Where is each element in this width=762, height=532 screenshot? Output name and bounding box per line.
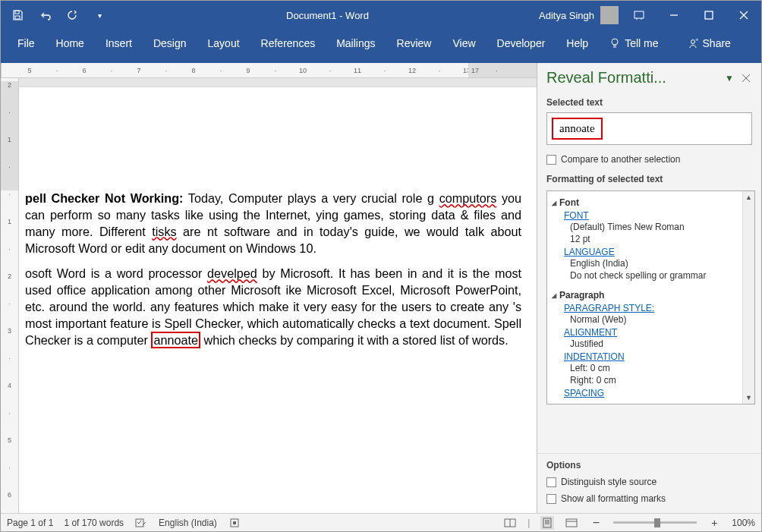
user-account[interactable]: Aditya Singh [539,6,622,24]
tab-help[interactable]: Help [556,31,599,57]
show-formatting-marks-check[interactable]: Show all formatting marks [537,490,761,507]
maximize-icon[interactable] [691,1,726,30]
pane-close-icon[interactable] [738,71,754,86]
scroll-down-icon[interactable]: ▼ [745,392,752,404]
web-layout-icon[interactable] [565,516,578,530]
spell-error[interactable]: computors [439,191,497,205]
share-label: Share [703,37,731,49]
ribbon-display-options-icon[interactable] [622,1,657,30]
spell-check-status-icon[interactable] [134,516,148,530]
save-icon[interactable] [4,1,31,30]
collapse-icon[interactable]: ◢ [552,292,556,299]
show-formatting-marks-label: Show all formatting marks [561,493,666,504]
collapse-icon[interactable]: ◢ [552,200,556,206]
zoom-out-icon[interactable]: − [589,516,603,530]
tab-mailings[interactable]: Mailings [326,31,386,57]
paragraph-2: osoft Word is a word processor develped … [25,266,521,348]
minimize-icon[interactable] [657,1,691,30]
compare-selection-check[interactable]: Compare to another selection [537,151,761,168]
zoom-in-icon[interactable]: + [707,516,721,530]
share-icon: + [688,38,698,49]
selected-text-heading: Selected text [537,91,761,111]
tab-insert[interactable]: Insert [95,31,143,57]
checkbox-icon[interactable] [546,494,556,504]
font-link[interactable]: FONT [552,209,741,222]
tab-developer[interactable]: Developer [486,31,556,57]
zoom-slider[interactable] [613,521,697,524]
tab-file[interactable]: File [7,31,46,57]
vertical-ruler[interactable]: 2·1· ·1·2·3·4·5·6·7·8 [1,78,19,513]
font-value: (Default) Times New Roman [552,222,741,234]
spell-error[interactable]: develped [207,266,257,280]
spell-error[interactable]: tisks [152,225,176,238]
formatting-content: ◢Font FONT (Default) Times New Roman 12 … [547,191,742,404]
formatting-heading: Formatting of selected text [537,168,761,187]
alignment-value: Justified [552,338,741,351]
tab-home[interactable]: Home [46,31,95,57]
indentation-link[interactable]: INDENTATION [552,351,741,363]
redo-icon[interactable] [58,1,86,30]
tab-view[interactable]: View [442,31,486,57]
selected-text-box: annoate [546,112,752,145]
zoom-level[interactable]: 100% [732,518,755,528]
svg-rect-4 [705,11,713,19]
indent-left-value: Left: 0 cm [552,363,741,375]
tab-design[interactable]: Design [143,31,197,57]
distinguish-style-label: Distinguish style source [561,477,657,487]
font-group-header[interactable]: ◢Font [552,196,741,209]
tab-references[interactable]: References [250,31,326,57]
main-area: 5·6·7·8·9·10·11·12·13·14·15·16 17· 2·1· … [1,63,761,513]
status-bar: Page 1 of 1 1 of 170 words English (Indi… [1,513,761,531]
svg-rect-23 [566,519,577,527]
svg-point-10 [691,40,694,44]
document-title: Document1 - Word [116,10,539,21]
print-layout-icon[interactable] [540,516,554,530]
svg-rect-2 [634,11,644,18]
zoom-thumb[interactable] [654,518,660,527]
paragraph-1: pell Checker Not Working: Today, Compute… [25,190,521,257]
compare-selection-label: Compare to another selection [561,154,680,165]
language-link[interactable]: LANGUAGE [552,246,741,258]
spacing-link[interactable]: SPACING [552,387,741,399]
tab-review[interactable]: Review [386,31,442,57]
svg-rect-0 [15,11,19,14]
font-size-value: 12 pt [552,234,741,246]
language-spellcheck-value: Do not check spelling or grammar [552,270,741,282]
pane-dropdown-icon[interactable]: ▼ [720,73,738,83]
horizontal-ruler[interactable]: 5·6·7·8·9·10·11·12·13·14·15·16 17· [1,63,537,78]
svg-rect-19 [543,518,551,527]
lightbulb-icon [609,38,620,49]
selected-text-value: annoate [552,118,603,140]
paragraph-style-value: Normal (Web) [552,314,741,326]
pane-scrollbar[interactable]: ▲ ▼ [742,191,754,404]
language-value: English (India) [552,258,741,270]
paragraph-style-link[interactable]: PARAGRAPH STYLE: [552,302,741,314]
distinguish-style-check[interactable]: Distinguish style source [537,474,761,490]
checkbox-icon[interactable] [546,477,556,487]
share-button[interactable]: + Share [677,31,742,57]
alignment-link[interactable]: ALIGNMENT [552,326,741,338]
close-icon[interactable] [726,1,761,30]
selected-word[interactable]: annoate [151,332,200,348]
ribbon-tabs: File Home Insert Design Layout Reference… [1,30,761,63]
macro-status-icon[interactable] [228,516,241,530]
reveal-formatting-pane: Reveal Formatti... ▼ Selected text annoa… [537,63,761,513]
avatar-icon [600,6,619,24]
tab-layout[interactable]: Layout [197,31,250,57]
pane-header: Reveal Formatti... ▼ [537,63,761,91]
word-count[interactable]: 1 of 170 words [64,518,124,528]
document-page[interactable]: pell Checker Not Working: Today, Compute… [19,87,537,513]
tell-me-label: Tell me [625,37,658,49]
document-area: 5·6·7·8·9·10·11·12·13·14·15·16 17· 2·1· … [1,63,537,513]
language-indicator[interactable]: English (India) [159,518,217,528]
scroll-up-icon[interactable]: ▲ [745,191,752,203]
checkbox-icon[interactable] [546,155,556,165]
page-indicator[interactable]: Page 1 of 1 [7,518,53,528]
p1-heading: pell Checker Not Working: [25,191,184,205]
undo-icon[interactable] [31,1,58,30]
pane-title: Reveal Formatti... [546,69,720,87]
paragraph-group-header[interactable]: ◢Paragraph [552,288,741,302]
tell-me[interactable]: Tell me [599,31,669,57]
read-mode-icon[interactable] [503,516,517,530]
qat-customize-icon[interactable]: ▾ [86,1,113,30]
